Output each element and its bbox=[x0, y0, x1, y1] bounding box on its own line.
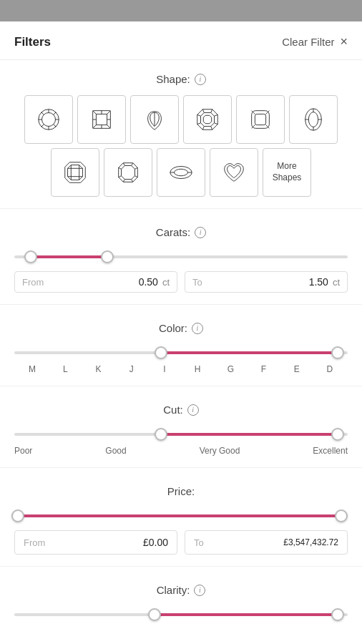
color-grade-labels: M L K J I H G F E D bbox=[14, 364, 348, 374]
carats-thumb-left[interactable] bbox=[24, 250, 37, 263]
clarity-info-icon[interactable]: i bbox=[194, 585, 205, 596]
svg-line-25 bbox=[211, 109, 212, 113]
cut-excellent: Excellent bbox=[313, 446, 348, 456]
header-right: Clear Filter × bbox=[282, 34, 348, 49]
svg-line-59 bbox=[119, 167, 122, 169]
cut-fill bbox=[161, 433, 338, 436]
carats-to-unit: ct bbox=[333, 277, 340, 288]
price-to-value: £3,547,432.72 bbox=[208, 537, 338, 547]
shape-emerald[interactable] bbox=[51, 148, 99, 197]
price-range-inputs: From £0.00 To £3,547,432.72 bbox=[14, 530, 348, 555]
carats-section: Carats: i From 0.50 ct To 1.50 ct bbox=[0, 213, 362, 300]
price-from-value: £0.00 bbox=[49, 537, 168, 548]
shape-marquise[interactable] bbox=[157, 148, 205, 197]
shape-heart[interactable] bbox=[210, 148, 258, 197]
svg-line-24 bbox=[202, 109, 204, 113]
color-section: Color: i M L K J I H G F E D bbox=[0, 309, 362, 381]
color-thumb-right[interactable] bbox=[331, 346, 344, 359]
svg-line-30 bbox=[197, 123, 201, 125]
shape-pear[interactable] bbox=[130, 95, 179, 144]
cut-info-icon[interactable]: i bbox=[187, 404, 199, 416]
shape-radiant[interactable] bbox=[104, 148, 152, 197]
price-thumb-left[interactable] bbox=[11, 509, 24, 522]
color-track bbox=[14, 351, 348, 354]
svg-line-7 bbox=[54, 125, 56, 127]
shape-princess[interactable] bbox=[77, 95, 126, 144]
shape-oval[interactable] bbox=[289, 95, 338, 144]
price-to-label: To bbox=[194, 537, 204, 548]
cut-very-good: Very Good bbox=[200, 446, 240, 456]
svg-line-28 bbox=[211, 127, 212, 130]
filters-panel: Filters Clear Filter × Shape: i bbox=[0, 21, 362, 644]
price-thumb-right[interactable] bbox=[335, 509, 348, 522]
cut-thumb-right[interactable] bbox=[331, 428, 344, 441]
color-grade-L: L bbox=[49, 364, 82, 374]
clear-filter-button[interactable]: Clear Filter bbox=[282, 36, 334, 48]
cut-poor: Poor bbox=[14, 446, 32, 456]
carats-to-value: 1.50 bbox=[207, 276, 328, 288]
svg-line-15 bbox=[107, 125, 111, 129]
price-slider[interactable] bbox=[14, 507, 348, 525]
color-grade-H: H bbox=[181, 364, 214, 374]
carats-label: Carats: i bbox=[14, 226, 348, 238]
carats-slider[interactable] bbox=[14, 248, 348, 265]
cut-good: Good bbox=[105, 446, 126, 456]
svg-marker-45 bbox=[68, 165, 83, 180]
cut-thumb-left[interactable] bbox=[155, 428, 167, 441]
shape-info-icon[interactable]: i bbox=[195, 74, 206, 85]
svg-line-27 bbox=[215, 123, 218, 125]
svg-point-61 bbox=[175, 169, 188, 176]
clarity-section: Clarity: i bbox=[0, 571, 362, 633]
price-from-group: From £0.00 bbox=[14, 530, 177, 555]
carats-to-label: To bbox=[192, 277, 202, 288]
svg-line-13 bbox=[107, 111, 111, 114]
carats-thumb-right[interactable] bbox=[101, 250, 114, 263]
color-grade-K: K bbox=[82, 364, 114, 374]
svg-line-54 bbox=[135, 167, 138, 169]
cut-track bbox=[14, 433, 348, 436]
color-grade-I: I bbox=[148, 364, 181, 374]
svg-line-53 bbox=[132, 163, 133, 166]
carats-info-icon[interactable]: i bbox=[195, 227, 206, 238]
close-button[interactable]: × bbox=[340, 34, 348, 49]
clarity-fill bbox=[155, 613, 338, 616]
shape-cushion[interactable] bbox=[236, 95, 285, 144]
svg-line-57 bbox=[123, 180, 124, 182]
color-grade-M: M bbox=[16, 364, 49, 374]
clarity-thumb-left[interactable] bbox=[148, 608, 161, 621]
price-track bbox=[14, 514, 348, 517]
color-grade-F: F bbox=[247, 364, 280, 374]
cut-grade-labels: Poor Good Very Good Excellent bbox=[14, 446, 348, 456]
clarity-slider[interactable] bbox=[14, 606, 348, 623]
svg-line-12 bbox=[93, 111, 97, 114]
price-from-label: From bbox=[24, 537, 45, 548]
svg-marker-21 bbox=[197, 109, 218, 130]
price-section: Price: From £0.00 To £3,547,432.72 bbox=[0, 472, 362, 562]
panel-title: Filters bbox=[14, 35, 51, 49]
clarity-thumb-right[interactable] bbox=[331, 608, 344, 621]
svg-marker-23 bbox=[203, 115, 211, 123]
svg-line-29 bbox=[202, 127, 204, 130]
clarity-track bbox=[14, 613, 348, 616]
carats-fill bbox=[31, 255, 107, 258]
shape-round[interactable] bbox=[24, 95, 73, 144]
cut-slider[interactable] bbox=[14, 426, 348, 443]
cut-label: Cut: i bbox=[14, 404, 348, 416]
shape-grid: More Shapes bbox=[14, 95, 348, 197]
carats-from-unit: ct bbox=[162, 277, 170, 288]
svg-line-9 bbox=[41, 125, 44, 127]
clarity-label: Clarity: i bbox=[14, 584, 348, 596]
shape-section: Shape: i bbox=[0, 60, 362, 204]
svg-marker-22 bbox=[201, 113, 215, 127]
carats-to-group: To 1.50 ct bbox=[185, 271, 348, 293]
shape-asscher[interactable] bbox=[183, 95, 232, 144]
color-slider[interactable] bbox=[14, 344, 348, 361]
panel-header: Filters Clear Filter × bbox=[0, 21, 362, 60]
svg-rect-33 bbox=[255, 114, 265, 125]
svg-line-52 bbox=[123, 163, 124, 166]
more-shapes-button[interactable]: More Shapes bbox=[263, 148, 311, 197]
svg-line-56 bbox=[132, 180, 133, 182]
color-info-icon[interactable]: i bbox=[192, 323, 203, 334]
color-thumb-left[interactable] bbox=[155, 346, 167, 359]
carats-track bbox=[14, 255, 348, 258]
